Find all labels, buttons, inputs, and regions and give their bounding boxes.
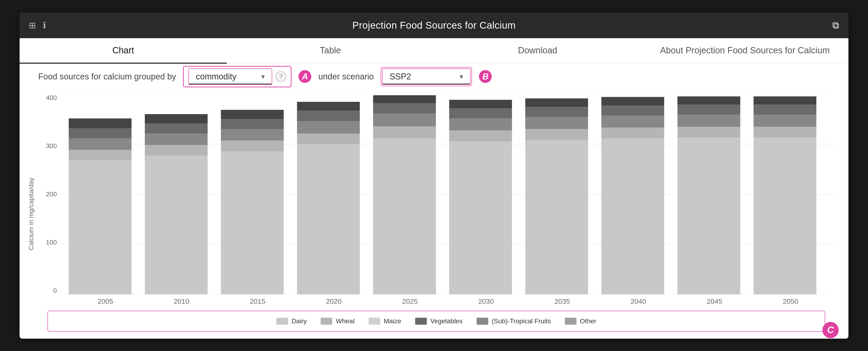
bar-2015-fruit [221, 110, 284, 119]
external-link-icon[interactable]: ⧉ [832, 20, 839, 31]
grouped-by-label: Food sources for calcium grouped by [38, 72, 176, 82]
bar-2040-maize [601, 116, 664, 128]
bar-2025-veg [373, 103, 436, 113]
y-tick-300: 300 [46, 142, 57, 150]
legend-label-wheat: Wheat [336, 318, 354, 325]
y-axis-ticks: 400 300 200 100 0 [38, 94, 61, 309]
bar-2025-wheat [373, 126, 436, 138]
legend-area: Dairy Wheat Maize Vegetables (Sub)-Tropi… [48, 311, 825, 332]
bar-2045-veg [678, 105, 740, 115]
bar-2010-veg [145, 123, 208, 134]
bar-2040-fruit [601, 97, 664, 106]
bar-2045-fruit [678, 96, 740, 105]
bar-2040-wheat [601, 127, 664, 138]
y-tick-200: 200 [46, 191, 57, 198]
bar-2010-maize [145, 134, 208, 145]
bar-2005-maize [69, 138, 131, 150]
x-label-2025: 2025 [375, 297, 444, 305]
bars-area [61, 94, 834, 294]
legend-swatch-other [565, 318, 577, 325]
annotation-b-badge: B [479, 70, 492, 83]
bar-2050-veg [753, 105, 816, 115]
x-label-2030: 2030 [452, 297, 521, 305]
controls-row: Food sources for calcium grouped by comm… [20, 64, 848, 89]
x-label-2010: 2010 [147, 297, 216, 305]
x-label-2050: 2050 [756, 297, 825, 305]
legend-swatch-dairy [276, 318, 288, 325]
dropdown-b-arrow: ▾ [460, 72, 463, 81]
help-icon[interactable]: ? [276, 71, 286, 82]
bar-2035-maize [525, 117, 588, 129]
legend-label-dairy: Dairy [291, 318, 307, 325]
bar-2020-wheat [297, 134, 360, 144]
bar-2005-fruit [69, 118, 131, 128]
legend-swatch-tropical-fruits [476, 318, 488, 325]
legend-item-maize: Maize [369, 318, 401, 325]
bar-2005-wheat [69, 150, 131, 160]
bar-2015-dairy [221, 151, 284, 294]
dropdown-a-container: commodity ▾ ? [183, 66, 291, 87]
dropdown-b-container: SSP2 ▾ [381, 67, 472, 86]
bar-2045-wheat [678, 127, 740, 138]
bar-2020-dairy [297, 144, 360, 294]
x-label-2035: 2035 [528, 297, 597, 305]
tab-bar: Chart Table Download About Projection Fo… [20, 38, 848, 64]
bar-2010-fruit [145, 114, 208, 124]
tab-download[interactable]: Download [434, 38, 641, 64]
bar-2015-maize [221, 129, 284, 140]
legend-label-vegetables: Vegetables [430, 318, 463, 325]
x-label-2015: 2015 [223, 297, 292, 305]
dropdown-a-arrow: ▾ [261, 72, 265, 81]
titlebar: ⊞ ℹ Projection Food Sources for Calcium … [20, 12, 848, 38]
bar-2040-dairy [601, 138, 664, 294]
legend-item-tropical-fruits: (Sub)-Tropical Fruits [476, 318, 551, 325]
x-label-2020: 2020 [299, 297, 368, 305]
bar-2025-maize [373, 113, 436, 126]
legend-swatch-vegetables [415, 318, 427, 325]
annotation-a-badge: A [299, 70, 311, 83]
bar-2010-dairy [145, 155, 208, 294]
tab-about[interactable]: About Projection Food Sources for Calciu… [641, 38, 848, 64]
y-axis-label: Calcium in mg/capita/day [24, 94, 38, 334]
bar-2005-veg [69, 128, 131, 138]
bar-2020-veg [297, 111, 360, 121]
legend-item-dairy: Dairy [276, 318, 307, 325]
bar-2025-dairy [373, 138, 436, 294]
legend-item-other: Other [565, 318, 596, 325]
bar-2050-wheat [753, 127, 816, 138]
bar-2030-fruit [449, 100, 512, 108]
legend-label-other: Other [580, 318, 596, 325]
bar-2030-veg [449, 108, 512, 118]
bar-2035-veg [525, 107, 588, 117]
scenario-dropdown[interactable]: SSP2 ▾ [382, 68, 470, 85]
bar-2050-dairy [753, 138, 816, 294]
bar-2025-fruit [373, 95, 436, 103]
bar-2030-maize [449, 118, 512, 130]
bar-2005-dairy [69, 160, 131, 294]
chart-svg [61, 94, 834, 294]
bar-2035-dairy [525, 140, 588, 294]
legend-item-vegetables: Vegetables [415, 318, 463, 325]
commodity-dropdown[interactable]: commodity ▾ [188, 68, 272, 85]
tab-chart[interactable]: Chart [20, 38, 227, 64]
chart-area: Calcium in mg/capita/day 400 300 200 100… [20, 89, 848, 339]
y-tick-400: 400 [46, 94, 57, 101]
x-label-2005: 2005 [71, 297, 140, 305]
bar-2020-fruit [297, 102, 360, 111]
x-label-2040: 2040 [604, 297, 673, 305]
y-tick-100: 100 [46, 239, 57, 246]
bar-2035-fruit [525, 98, 588, 107]
legend-swatch-maize [369, 318, 380, 325]
x-label-2045: 2045 [680, 297, 749, 305]
main-window: ⊞ ℹ Projection Food Sources for Calcium … [20, 12, 848, 339]
grid-icon[interactable]: ⊞ [29, 21, 36, 30]
bar-2050-maize [753, 115, 816, 127]
bar-2045-maize [678, 115, 740, 127]
chart-with-yaxis: 400 300 200 100 0 [38, 94, 834, 309]
info-icon[interactable]: ℹ [43, 21, 46, 30]
bar-2015-wheat [221, 141, 284, 151]
y-tick-0: 0 [53, 287, 57, 294]
tab-table[interactable]: Table [227, 38, 434, 64]
bar-2030-wheat [449, 130, 512, 141]
main-chart-col: 2005 2010 2015 2020 2025 2030 2035 2040 … [61, 94, 834, 309]
